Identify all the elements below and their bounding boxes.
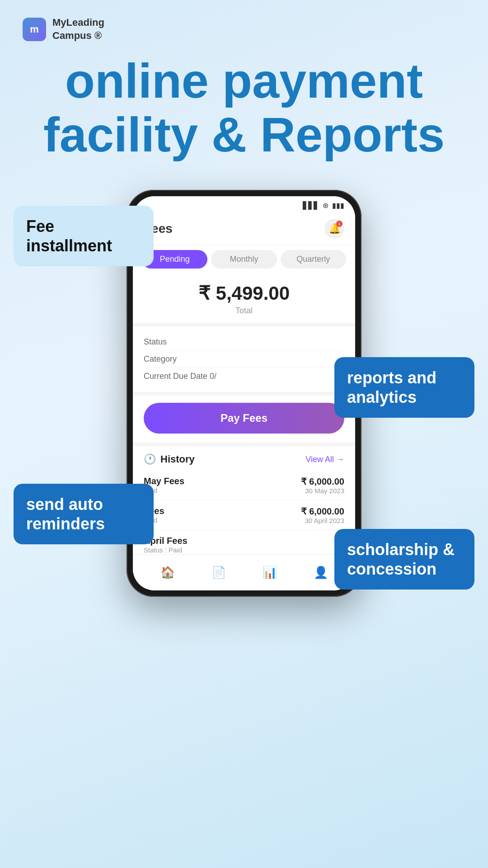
history-item-date: 30 May 2023 — [301, 487, 344, 495]
history-item-amount: ₹ 6,000.00 — [301, 476, 344, 487]
history-item-status: Status : Paid — [144, 546, 188, 554]
amount-label: Total — [144, 306, 344, 316]
bottom-nav: 🏠 📄 📊 👤 — [133, 554, 355, 590]
logo-icon: m — [23, 18, 46, 41]
amount-section: ₹ 5,499.00 Total — [133, 273, 355, 323]
clock-icon: 🕐 — [144, 453, 156, 465]
auto-reminders-text: send auto reminders — [26, 495, 141, 533]
scholarship-bubble: scholarship & concession — [334, 529, 474, 590]
history-item-1: May Fees Paid ₹ 6,000.00 30 May 2023 — [144, 471, 344, 500]
details-section: Status Category Current Due Date 0/ — [133, 326, 355, 392]
notification-badge: 1 — [336, 221, 343, 227]
status-icons: ▋▋▋ ⊛ ▮▮▮ — [303, 201, 344, 210]
wifi-icon: ⊛ — [323, 201, 328, 210]
tab-quarterly[interactable]: Quarterly — [281, 250, 346, 269]
history-title: 🕐 History — [144, 453, 195, 465]
pay-section: Pay Fees — [133, 396, 355, 443]
header: m MyLeading Campus ® — [23, 16, 104, 42]
view-all-link[interactable]: View All → — [305, 455, 344, 464]
history-item-date: 30 April 2023 — [301, 517, 344, 524]
brand-name: MyLeading Campus ® — [52, 16, 104, 42]
fee-installment-text: Fee installment — [26, 217, 141, 255]
status-bar: ▋▋▋ ⊛ ▮▮▮ — [133, 196, 355, 214]
reports-analytics-bubble: reports and analytics — [334, 357, 474, 418]
nav-home[interactable]: 🏠 — [156, 561, 179, 584]
phone-mockup: ▋▋▋ ⊛ ▮▮▮ Fees 🔔 1 Pending Monthly Quart… — [127, 190, 361, 597]
app-header: Fees 🔔 1 — [133, 214, 355, 245]
scholarship-text: scholarship & concession — [347, 540, 462, 579]
fee-installment-bubble: Fee installment — [14, 206, 154, 266]
signal-icon: ▋▋▋ — [303, 201, 319, 210]
history-item-amount: ₹ 6,000.00 — [301, 506, 344, 517]
page-title: online payment facility & Reports — [0, 54, 488, 162]
history-item-2: Fees Paid ₹ 6,000.00 30 April 2023 — [144, 500, 344, 530]
history-header: 🕐 History View All → — [144, 453, 344, 465]
title-line1: online payment facility & Reports — [27, 54, 461, 162]
tab-monthly[interactable]: Monthly — [211, 250, 277, 269]
auto-reminders-bubble: send auto reminders — [14, 484, 154, 544]
reports-analytics-text: reports and analytics — [347, 368, 462, 407]
total-amount: ₹ 5,499.00 — [144, 282, 344, 304]
status-row: Status — [144, 334, 344, 351]
category-row: Category — [144, 351, 344, 368]
battery-icon: ▮▮▮ — [332, 201, 344, 210]
phone-frame: ▋▋▋ ⊛ ▮▮▮ Fees 🔔 1 Pending Monthly Quart… — [127, 190, 361, 597]
nav-document[interactable]: 📄 — [207, 561, 230, 584]
due-date-row: Current Due Date 0/ — [144, 368, 344, 385]
phone-screen: ▋▋▋ ⊛ ▮▮▮ Fees 🔔 1 Pending Monthly Quart… — [133, 196, 355, 590]
nav-analytics[interactable]: 📊 — [258, 561, 281, 584]
tab-bar: Pending Monthly Quarterly — [133, 245, 355, 273]
pay-fees-button[interactable]: Pay Fees — [144, 403, 344, 434]
nav-profile[interactable]: 👤 — [310, 561, 332, 584]
history-item-name: May Fees — [144, 476, 184, 486]
notification-button[interactable]: 🔔 1 — [324, 219, 344, 239]
